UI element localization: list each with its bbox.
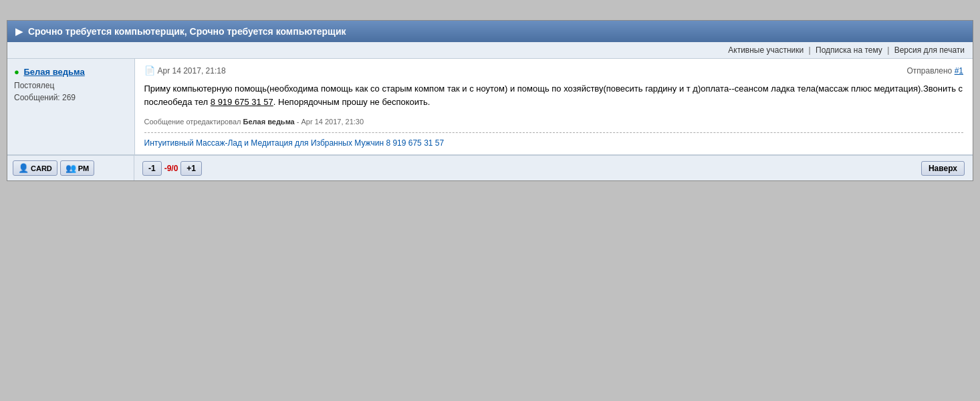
title-arrow: ▶ [15,26,23,37]
edited-by-user: Белая ведьма [243,118,295,126]
topic-title-bar: ▶ Срочно требуется компьютерщик, Срочно … [7,21,973,42]
active-users-link[interactable]: Активные участники [728,45,804,55]
vote-score: -9/0 [164,164,178,173]
table-row: ● Белая ведьма Постоялец Сообщений: 269 … [7,59,973,155]
post-date: 📄 Apr 14 2017, 21:18 [144,65,226,76]
pm-button[interactable]: 👥 PM [60,160,95,176]
post-signature: Интуитивный Массаж-Лад и Медитация для И… [144,138,964,148]
post-edited-notice: Сообщение отредактировал Белая ведьма - … [144,118,964,126]
user-rank: Постоялец [14,81,128,90]
card-button[interactable]: 👤 CARD [13,160,57,176]
post-date-text: Apr 14 2017, 21:18 [158,66,226,76]
sep2: | [887,45,889,55]
post-action-bar: 👤 CARD 👥 PM -1 -9/0 +1 Наверх [7,155,973,180]
user-posts: Сообщений: 269 [14,93,128,102]
post-number-link[interactable]: #1 [955,66,963,76]
post-date-icon: 📄 [144,65,155,76]
post-cell: 📄 Apr 14 2017, 21:18 Отправлено #1 Приму… [134,59,973,155]
sig-phone-link[interactable]: 8 919 675 31 57 [386,138,444,148]
topic-title: Срочно требуется компьютерщик, Срочно тр… [28,26,346,37]
print-link[interactable]: Версия для печати [894,45,965,55]
card-user-icon: 👤 [18,163,29,173]
post-header: 📄 Apr 14 2017, 21:18 Отправлено #1 [144,65,964,76]
user-name-container: ● Белая ведьма [14,67,128,77]
post-number: Отправлено #1 [907,66,963,76]
pm-label: PM [78,164,90,172]
action-bar-right: -1 -9/0 +1 Наверх [134,156,973,180]
vote-plus-button[interactable]: +1 [180,161,202,176]
pm-icon: 👥 [66,163,76,173]
post-body: Приму компьютерную помощь(необходима пом… [144,82,964,108]
action-bar-left: 👤 CARD 👥 PM [7,156,134,180]
edited-date: - Apr 14 2017, 21:30 [297,118,364,126]
user-cell: ● Белая ведьма Постоялец Сообщений: 269 [7,59,134,155]
post-table: ● Белая ведьма Постоялец Сообщений: 269 … [7,59,973,155]
nav-up: Наверх [921,163,965,173]
user-name-link[interactable]: Белая ведьма [23,67,84,77]
post-separator [144,132,964,133]
card-label: CARD [31,164,52,172]
phone-number: 8 919 675 31 57 [211,97,273,107]
vote-minus-button[interactable]: -1 [142,161,162,176]
actions-bar: Активные участники | Подписка на тему | … [7,42,973,59]
subscribe-link[interactable]: Подписка на тему [816,45,882,55]
sep1: | [809,45,811,55]
user-online-dot: ● [14,67,19,77]
naverh-button[interactable]: Наверх [921,161,965,176]
